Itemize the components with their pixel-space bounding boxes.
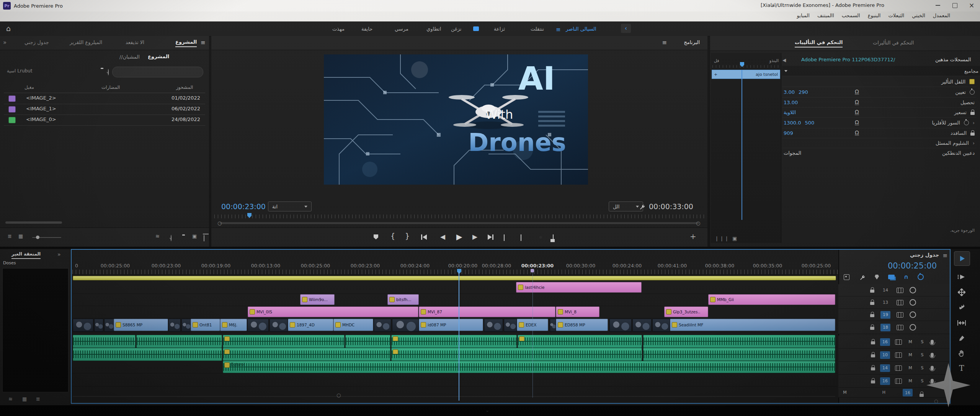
column-paths[interactable]: المضارات [101, 85, 120, 90]
workspace-tab[interactable]: اتطاوي [424, 25, 443, 33]
reset-icon[interactable]: Ω [855, 110, 859, 115]
tool-selection[interactable] [954, 251, 970, 266]
solo-button[interactable]: S [919, 365, 926, 372]
timeline-hscroll-handle[interactable]: ○ [336, 392, 341, 398]
track-label[interactable]: 14 [880, 287, 890, 294]
icon-view-icon[interactable]: ▦ [18, 233, 23, 239]
adjustment-layer-clip[interactable] [73, 276, 836, 280]
audio-clip[interactable] [345, 335, 390, 348]
go-to-out-button[interactable] [488, 234, 493, 240]
solo-button[interactable]: S [919, 378, 926, 385]
workspace-overflow-button[interactable]: ‹ [621, 24, 631, 33]
tool-type[interactable]: T [954, 362, 969, 374]
property-value[interactable]: 909 [784, 130, 793, 136]
marker-icon[interactable] [875, 275, 879, 280]
playhead-line[interactable] [459, 271, 459, 401]
tab-media-browser[interactable]: المنعقة العير [11, 251, 41, 259]
mic-icon[interactable] [931, 366, 934, 370]
timeline-timecode[interactable]: 00:00:25:00 [888, 261, 937, 270]
lock-icon[interactable] [970, 112, 975, 115]
workspace-tab[interactable]: ثزاعة [492, 25, 507, 33]
timeline-clip[interactable]: id087 MP [419, 319, 483, 331]
audio-clip[interactable]: Eqtsrol [223, 361, 835, 373]
sync-lock-icon[interactable] [895, 352, 902, 358]
minimize-button[interactable] [929, 0, 946, 11]
timeline-clip[interactable]: S8865 MP [114, 319, 168, 331]
panel-collapse-icon[interactable]: » [57, 251, 61, 257]
solo-button[interactable]: S [919, 352, 926, 359]
horizontal-scrollbar[interactable] [5, 221, 62, 224]
add-marker-icon[interactable] [374, 234, 378, 239]
audio-clip[interactable] [73, 348, 222, 361]
effect-property-row[interactable]: تسعير اللاوية Ω [782, 107, 976, 118]
sync-lock-icon[interactable] [895, 365, 902, 371]
track-lock-icon[interactable] [871, 354, 875, 357]
mark-out-icon[interactable]: } [405, 232, 410, 240]
workspace-tab[interactable]: مرسي [392, 25, 411, 33]
solo-button[interactable]: S [919, 339, 926, 346]
tab-timeline[interactable]: جدول زجني [24, 39, 49, 45]
timeline-clip[interactable]: Seadiilnt MF [670, 319, 835, 331]
tab-effect-controls[interactable]: التحكم في التأليرات [873, 40, 914, 46]
lift-icon[interactable] [504, 234, 505, 241]
timeline-clip[interactable]: Glp3_3utzes.. [664, 306, 708, 317]
browser-media-well[interactable] [2, 268, 69, 392]
frame-snapshot-icon[interactable] [844, 274, 849, 280]
timeline-clip[interactable]: Wiim9o... [300, 294, 335, 305]
track-lock-icon[interactable] [870, 290, 874, 293]
workspace-tab[interactable]: ننتقلت [528, 25, 546, 33]
track-label[interactable]: 16 [880, 377, 890, 385]
timeline-clip[interactable]: lastHihcie [516, 282, 642, 293]
track-label-targeted[interactable]: 18 [880, 324, 890, 331]
timeline-clip[interactable]: 1897_4D [288, 319, 333, 331]
timeline-hscroll-track[interactable] [73, 396, 835, 397]
extract-icon[interactable] [521, 234, 521, 241]
track-output-eye-icon[interactable] [910, 324, 916, 331]
go-to-in-button[interactable] [421, 234, 427, 240]
panel-collapse-icon[interactable]: » [3, 39, 7, 46]
track-label[interactable]: 10 [880, 351, 890, 359]
sync-timecode-icon[interactable] [918, 274, 924, 280]
audio-clip[interactable] [136, 335, 222, 348]
timeline-clip[interactable]: MVi_8 [556, 306, 599, 317]
delete-icon[interactable] [204, 235, 204, 241]
current-timecode[interactable]: 00:00:23:00 [221, 202, 266, 211]
menu-item[interactable]: البنبوع [868, 13, 881, 18]
tab-effect-controls-active[interactable]: التحكم في التأليبات [795, 39, 843, 47]
zoom-handle-right[interactable]: ○ [696, 220, 700, 226]
panel-menu-icon[interactable]: ≡ [201, 39, 206, 46]
track-label[interactable]: 13 [880, 299, 890, 306]
tool-track-select[interactable] [954, 271, 969, 283]
snap-icon[interactable]: ∩ [904, 274, 908, 280]
master-label[interactable]: H [880, 389, 887, 396]
menu-item[interactable]: السمحب [842, 13, 860, 18]
stopwatch-icon[interactable] [964, 120, 969, 125]
track-label-targeted[interactable]: 19 [880, 311, 890, 319]
tab-unsaved[interactable]: الا تذيفعد [126, 39, 144, 45]
menu-item[interactable]: االمبتنف [817, 13, 834, 18]
linked-selection-icon[interactable] [888, 275, 895, 279]
audio-clip[interactable] [643, 348, 835, 361]
chevron-expand-icon[interactable]: › [973, 140, 975, 146]
program-playhead[interactable] [247, 213, 252, 218]
search-input[interactable] [112, 67, 203, 77]
list-view-icon[interactable]: ≣ [8, 233, 12, 239]
property-value[interactable]: 13.00 [784, 100, 798, 105]
sync-lock-icon[interactable] [895, 378, 902, 384]
footer-bars-icon[interactable]: ❘❘❘ [715, 236, 730, 241]
mark-in-icon[interactable]: { [390, 232, 395, 240]
effect-property-row[interactable]: تحصيل 13.00 Ω [782, 97, 976, 108]
selected-clip-bar[interactable]: + ajo tsnetol [712, 70, 780, 79]
project-item-row[interactable]: <IMAGE_2> 01/02/2022 [4, 93, 205, 104]
mute-button[interactable]: M [907, 352, 914, 359]
mic-icon[interactable] [931, 379, 934, 383]
effects-group-row[interactable]: مجاميع [782, 66, 980, 76]
mute-button[interactable]: M [907, 378, 914, 385]
timeline-ruler[interactable]: 0 00:00:25:00 00:00:23:00 00:00:19:00 00… [72, 260, 838, 275]
audio-clip[interactable] [73, 335, 136, 348]
track-label[interactable]: 14 [880, 364, 890, 372]
add-button[interactable]: + [690, 232, 696, 241]
browser-list-icon[interactable]: ≣ [36, 396, 40, 402]
track-lock-icon[interactable] [920, 394, 924, 397]
timeline-clip[interactable]: ED858 MP [556, 319, 608, 331]
